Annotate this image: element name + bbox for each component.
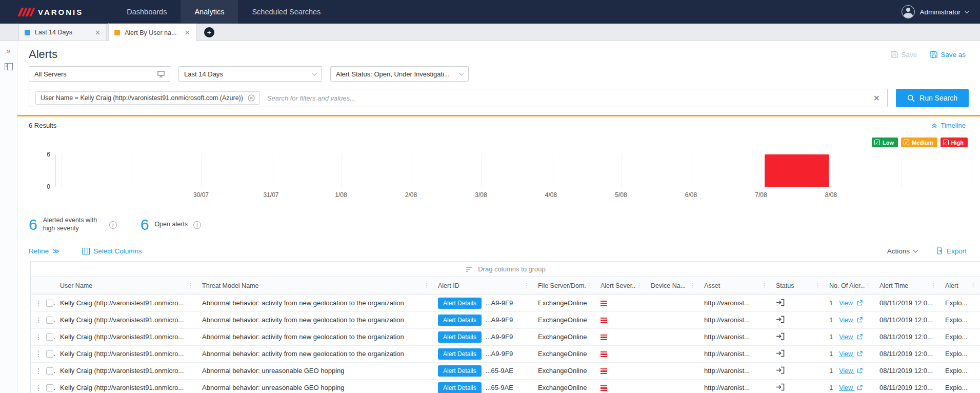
column-header[interactable]: Device Na...⋮ bbox=[647, 277, 700, 294]
cell-asset: http://varonist... bbox=[700, 345, 772, 362]
tab-alert-by-user[interactable]: Alert By User na... ✕ bbox=[108, 23, 196, 41]
close-icon[interactable]: ✕ bbox=[185, 29, 190, 36]
column-header[interactable]: Alert⋮ bbox=[941, 277, 980, 294]
row-menu-icon[interactable]: ⋮ bbox=[35, 316, 42, 324]
column-header[interactable]: User Name⋮ bbox=[56, 277, 198, 294]
severity-high-icon bbox=[601, 351, 607, 358]
alert-details-button[interactable]: Alert Details bbox=[438, 348, 482, 360]
info-icon[interactable]: i bbox=[193, 221, 201, 229]
column-menu-icon[interactable]: ⋮ bbox=[586, 282, 592, 289]
table-row[interactable]: ⋮ Kelly Craig (http://varonistest91.onmi… bbox=[31, 345, 980, 362]
cell-file-server: ExchangeOnline bbox=[534, 345, 596, 362]
legend-low[interactable]: ✓ Low bbox=[872, 137, 898, 147]
run-search-button[interactable]: Run Search bbox=[896, 89, 969, 107]
column-header[interactable]: Threat Model Name⋮ bbox=[198, 277, 434, 294]
column-menu-icon[interactable]: ⋮ bbox=[689, 282, 696, 289]
row-checkbox[interactable] bbox=[46, 350, 53, 358]
server-filter-dropdown[interactable]: All Servers bbox=[29, 66, 170, 82]
search-input[interactable] bbox=[267, 94, 865, 102]
row-checkbox[interactable] bbox=[46, 367, 53, 375]
column-header[interactable]: Asset⋮ bbox=[700, 277, 772, 294]
remove-filter-icon[interactable] bbox=[248, 94, 255, 102]
column-menu-icon[interactable]: ⋮ bbox=[187, 282, 194, 289]
search-tabs-bar: Last 14 Days ✕ Alert By User na... ✕ + bbox=[0, 24, 980, 41]
row-checkbox[interactable] bbox=[46, 384, 53, 391]
nav-dashboards[interactable]: Dashboards bbox=[113, 0, 181, 24]
alert-details-button[interactable]: Alert Details bbox=[438, 298, 482, 309]
nav-analytics[interactable]: Analytics bbox=[181, 0, 238, 24]
refine-link[interactable]: Refine ≫ bbox=[29, 247, 59, 255]
timeline-collapse-link[interactable]: Timeline bbox=[931, 122, 966, 129]
row-menu-icon[interactable]: ⋮ bbox=[35, 367, 42, 375]
view-alerted-events-link[interactable]: View bbox=[839, 317, 862, 324]
view-alerted-events-link[interactable]: View bbox=[839, 384, 862, 391]
column-menu-icon[interactable]: ⋮ bbox=[761, 282, 768, 289]
cell-alert-id: Alert Details...65-9AE bbox=[434, 362, 534, 379]
row-checkbox[interactable] bbox=[46, 317, 53, 324]
row-menu-icon[interactable]: ⋮ bbox=[35, 333, 42, 341]
search-filter-bar[interactable]: User Name = Kelly Craig (http://varonist… bbox=[29, 89, 888, 107]
column-menu-icon[interactable]: ⋮ bbox=[423, 282, 430, 289]
alert-details-button[interactable]: Alert Details bbox=[438, 331, 482, 343]
column-header[interactable]: File Server/Dom...⋮ bbox=[534, 277, 596, 294]
cell-asset: http://varonist... bbox=[700, 328, 772, 345]
column-menu-icon[interactable]: ⋮ bbox=[970, 282, 976, 289]
save-as-button[interactable]: Save as bbox=[930, 51, 966, 58]
date-range-dropdown[interactable]: Last 14 Days bbox=[178, 66, 322, 82]
column-header[interactable]: Alert ID⋮ bbox=[434, 277, 534, 294]
table-row[interactable]: ⋮ Kelly Craig (http://varonistest91.onmi… bbox=[31, 328, 980, 345]
add-tab-button[interactable]: + bbox=[204, 27, 214, 37]
view-alerted-events-link[interactable]: View bbox=[839, 350, 862, 358]
row-menu-icon[interactable]: ⋮ bbox=[35, 384, 42, 392]
actions-dropdown[interactable]: Actions bbox=[887, 247, 917, 255]
row-menu-icon[interactable]: ⋮ bbox=[35, 299, 42, 307]
user-menu[interactable]: Administrator bbox=[902, 5, 969, 18]
clear-search-icon[interactable]: ✕ bbox=[872, 93, 881, 103]
stat-value: 6 bbox=[29, 216, 37, 233]
table-row[interactable]: ⋮ Kelly Craig (http://varonistest91.onmi… bbox=[31, 379, 980, 393]
tab-last-14-days[interactable]: Last 14 Days ✕ bbox=[18, 24, 107, 41]
column-menu-icon[interactable]: ⋮ bbox=[636, 282, 643, 289]
checkbox-checked-icon: ✓ bbox=[943, 140, 949, 145]
view-alerted-events-link[interactable]: View bbox=[839, 300, 862, 307]
expand-panel-icon[interactable]: » bbox=[6, 46, 10, 55]
column-header[interactable]: Status⋮ bbox=[772, 277, 825, 294]
alert-status-dropdown[interactable]: Alert Status: Open, Under Investigati... bbox=[330, 66, 469, 82]
row-checkbox[interactable] bbox=[46, 333, 53, 341]
column-header[interactable]: Alert Sever...⋮ bbox=[596, 277, 647, 294]
alert-details-button[interactable]: Alert Details bbox=[438, 382, 482, 393]
legend-medium[interactable]: ✓ Medium bbox=[901, 137, 937, 147]
alert-details-button[interactable]: Alert Details bbox=[438, 365, 482, 377]
cell-asset: http://varonist... bbox=[700, 379, 772, 393]
chart-bar-high-severity[interactable] bbox=[765, 154, 829, 187]
column-header-menu bbox=[31, 277, 42, 294]
column-menu-icon[interactable]: ⋮ bbox=[930, 282, 937, 289]
column-menu-icon[interactable]: ⋮ bbox=[865, 282, 871, 289]
view-alerted-events-link[interactable]: View bbox=[839, 333, 862, 341]
column-menu-icon[interactable]: ⋮ bbox=[523, 282, 530, 289]
stat-label: Open alerts bbox=[154, 221, 188, 229]
group-drop-zone[interactable]: Drag columns to group bbox=[31, 262, 980, 277]
alert-details-button[interactable]: Alert Details bbox=[438, 315, 482, 326]
column-header[interactable]: No. Of Aler...⋮ bbox=[825, 277, 875, 294]
view-alerted-events-link[interactable]: View bbox=[839, 367, 862, 375]
row-menu-icon[interactable]: ⋮ bbox=[35, 350, 42, 358]
table-row[interactable]: ⋮ Kelly Craig (http://varonistest91.onmi… bbox=[31, 294, 980, 311]
info-icon[interactable]: i bbox=[109, 221, 117, 229]
saved-searches-panel-icon[interactable] bbox=[5, 63, 13, 70]
legend-high[interactable]: ✓ High bbox=[941, 137, 968, 147]
chart-gridline bbox=[832, 154, 832, 187]
nav-scheduled-searches[interactable]: Scheduled Searches bbox=[238, 0, 334, 24]
select-columns-button[interactable]: Select Columns bbox=[82, 247, 142, 255]
export-button[interactable]: Export bbox=[936, 247, 967, 255]
external-link-icon bbox=[857, 334, 863, 340]
row-checkbox[interactable] bbox=[46, 300, 53, 307]
column-menu-icon[interactable]: ⋮ bbox=[814, 282, 821, 289]
close-icon[interactable]: ✕ bbox=[95, 29, 101, 36]
table-row[interactable]: ⋮ Kelly Craig (http://varonistest91.onmi… bbox=[31, 311, 980, 328]
cell-alert-time: 08/11/2019 12:0... bbox=[875, 311, 941, 328]
filter-chip-user-name[interactable]: User Name = Kelly Craig (http://varonist… bbox=[35, 91, 260, 105]
column-header[interactable]: Alert Time⋮ bbox=[875, 277, 941, 294]
save-button[interactable]: Save bbox=[891, 51, 917, 58]
table-row[interactable]: ⋮ Kelly Craig (http://varonistest91.onmi… bbox=[31, 362, 980, 379]
